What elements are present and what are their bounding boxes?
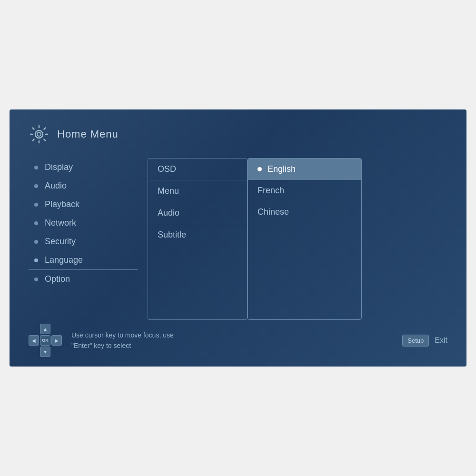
nav-label-language: Language — [45, 255, 83, 265]
lang-item-french[interactable]: French — [248, 180, 361, 201]
footer-buttons: Setup Exit — [402, 335, 447, 347]
hint-line2: "Enter" key to select — [71, 342, 131, 349]
nav-item-option[interactable]: Option — [29, 270, 138, 288]
nav-dot — [34, 240, 38, 244]
language-panel: English French Chinese — [248, 158, 362, 320]
nav-dot — [34, 278, 38, 281]
mid-label-osd: OSD — [158, 164, 176, 174]
footer: ▲ ◀ OK ▶ ▼ Use cursor key to move focus,… — [29, 324, 447, 357]
hint-line1: Use cursor key to move focus, use — [71, 331, 174, 339]
mid-label-audio: Audio — [158, 208, 179, 218]
nav-dot — [34, 203, 38, 207]
lang-label-french: French — [258, 186, 284, 196]
nav-label-playback: Playback — [45, 199, 79, 209]
page-title: Home Menu — [57, 128, 119, 140]
mid-panel: OSD Menu Audio Subtitle — [148, 158, 248, 320]
hint-text: Use cursor key to move focus, use "Enter… — [71, 330, 393, 351]
nav-item-audio[interactable]: Audio — [29, 177, 138, 195]
nav-item-network[interactable]: Network — [29, 214, 138, 232]
nav-item-display[interactable]: Display — [29, 158, 138, 177]
content-area: Display Audio Playback Network Security … — [29, 158, 447, 320]
lang-item-english[interactable]: English — [248, 159, 361, 180]
svg-point-0 — [35, 130, 43, 138]
lang-label-chinese: Chinese — [258, 207, 289, 217]
dpad-ok-button[interactable]: OK — [40, 335, 50, 346]
nav-item-language[interactable]: Language — [29, 251, 138, 270]
setup-button[interactable]: Setup — [402, 335, 429, 347]
nav-label-network: Network — [45, 218, 76, 228]
mid-label-subtitle: Subtitle — [158, 230, 186, 240]
mid-item-osd[interactable]: OSD — [148, 159, 247, 180]
dpad-left-button[interactable]: ◀ — [29, 335, 39, 346]
header: Home Menu — [29, 124, 447, 145]
nav-panel: Display Audio Playback Network Security … — [29, 158, 148, 320]
nav-dot — [34, 221, 38, 225]
mid-item-audio[interactable]: Audio — [148, 202, 247, 224]
nav-label-option: Option — [45, 274, 70, 284]
nav-label-security: Security — [45, 237, 76, 247]
mid-item-menu[interactable]: Menu — [148, 180, 247, 202]
nav-dot — [34, 258, 38, 262]
gear-icon — [29, 124, 50, 145]
lang-item-chinese[interactable]: Chinese — [248, 201, 361, 223]
nav-dot — [34, 166, 38, 169]
nav-label-audio: Audio — [45, 181, 67, 191]
dpad: ▲ ◀ OK ▶ ▼ — [29, 324, 62, 357]
nav-label-display: Display — [45, 162, 73, 172]
nav-item-security[interactable]: Security — [29, 232, 138, 251]
nav-item-playback[interactable]: Playback — [29, 195, 138, 214]
dpad-right-button[interactable]: ▶ — [51, 335, 62, 346]
lang-label-english: English — [268, 164, 296, 174]
dpad-up-button[interactable]: ▲ — [40, 324, 50, 334]
lang-selected-dot — [258, 167, 262, 171]
nav-dot — [34, 184, 38, 188]
svg-point-1 — [37, 132, 41, 136]
mid-item-subtitle[interactable]: Subtitle — [148, 224, 247, 246]
exit-label[interactable]: Exit — [435, 336, 447, 345]
dpad-down-button[interactable]: ▼ — [40, 347, 50, 357]
mid-label-menu: Menu — [158, 186, 179, 196]
settings-screen: Home Menu Display Audio Playback Network — [10, 109, 466, 367]
